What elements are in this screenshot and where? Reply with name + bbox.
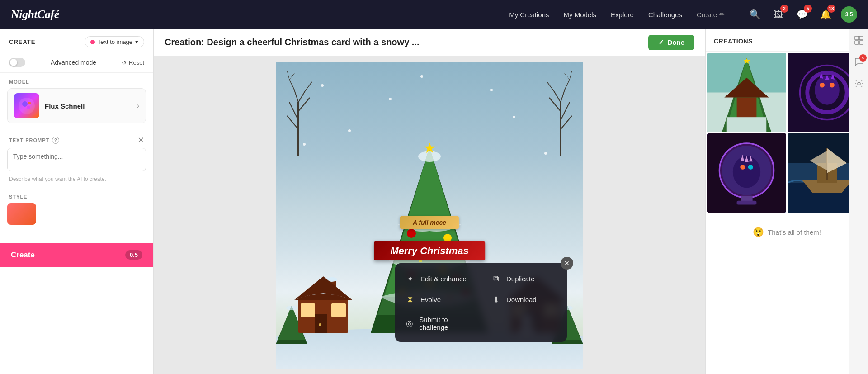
snow-6 [420,75,423,78]
context-evolve[interactable]: ⧗ Evolve [395,289,481,310]
style-preview[interactable] [7,203,36,225]
prompt-header: TEXT PROMPT ? ✕ [0,129,153,148]
advanced-mode-label: Advanced mode [51,59,96,66]
model-thumbnail-image [18,97,36,115]
model-selector[interactable]: Flux Schnell › [7,88,146,123]
creation-thumb-3[interactable] [707,133,786,213]
settings-side-button[interactable] [854,79,864,90]
creations-grid: ★ [706,52,868,214]
svg-line-18 [561,89,565,102]
svg-rect-103 [737,201,757,205]
search-button[interactable]: 🔍 [747,6,763,23]
snow-3 [513,116,515,118]
prompt-textarea[interactable] [7,148,146,171]
photo-button[interactable]: 🖼 2 [770,6,787,23]
all-done-emoji: 😲 [753,227,764,237]
thumb-1-image: ★ [707,53,786,132]
bell-badge: 18 [827,5,835,13]
svg-line-22 [570,71,572,80]
svg-point-27 [407,229,416,238]
grid-icon [854,35,864,45]
create-label: Create [11,251,35,260]
svg-marker-48 [294,276,353,300]
nav-create[interactable]: Create ✏ [697,10,725,19]
chat-button[interactable]: 💬 5 [794,6,810,23]
svg-point-3 [28,102,31,104]
edit-enhance-icon: ✦ [405,274,415,284]
svg-point-2 [27,106,30,109]
edit-enhance-label: Edit & enhance [420,275,467,283]
toggle-knob [10,59,17,66]
svg-line-19 [554,91,561,102]
advanced-mode-toggle[interactable] [9,58,25,67]
svg-point-52 [319,323,321,326]
svg-rect-83 [727,117,767,132]
bell-button[interactable]: 🔔 18 [817,6,834,23]
main-creation-image[interactable]: ★ A full mece Merry Christmas [276,62,583,369]
snow-2 [389,98,392,100]
all-done-section: 😲 That's all of them! [706,214,868,250]
nav-my-creations[interactable]: My Creations [509,11,549,19]
app-logo[interactable]: NightCafé [11,8,59,21]
checkmark-icon: ✓ [658,38,664,47]
prompt-help-icon[interactable]: ? [52,137,59,144]
evolve-icon: ⧗ [405,295,415,304]
creations-title: CREATIONS [714,38,753,45]
chat-side-button[interactable]: 5 [854,57,864,69]
user-avatar[interactable]: 3.5 [841,6,857,23]
sidebar-header: CREATE Text to image ▾ [0,29,153,52]
svg-point-89 [830,83,835,88]
bare-tree-right [520,66,574,156]
model-chevron-icon: › [137,102,139,110]
bare-tree-left [285,66,339,156]
creation-thumb-1[interactable]: ★ [707,53,786,132]
download-icon: ⬇ [491,295,501,305]
create-cost: 0.5 [125,250,142,260]
svg-text:★: ★ [423,143,436,156]
context-download[interactable]: ⬇ Download [481,289,567,310]
svg-line-12 [287,71,289,80]
house-left-svg [294,274,353,333]
svg-line-9 [298,91,305,102]
svg-rect-112 [859,36,863,40]
banner-top: A full mece [400,216,459,229]
evolve-label: Evolve [420,296,441,303]
gear-icon [854,79,864,89]
snow-8 [303,143,306,146]
svg-line-20 [565,80,570,89]
svg-rect-50 [331,303,346,317]
svg-rect-49 [301,303,315,317]
mode-label: Text to image [98,38,132,45]
grid-panel-button[interactable] [854,35,864,47]
done-button[interactable]: ✓ Done [648,35,695,50]
clear-prompt-icon[interactable]: ✕ [137,135,144,145]
reset-button[interactable]: ↺ Reset [122,59,144,66]
duplicate-icon: ⧉ [491,274,501,284]
svg-text:★: ★ [743,57,750,66]
nav-links: My Creations My Models Explore Challenge… [509,6,857,23]
context-submit-challenge[interactable]: ◎ Submit to challenge [395,310,481,336]
context-duplicate[interactable]: ⧉ Duplicate [481,269,567,289]
svg-line-11 [305,82,312,91]
context-close-button[interactable]: ✕ [561,257,573,270]
chevron-down-icon: ▾ [135,38,138,45]
left-sidebar: CREATE Text to image ▾ Advanced mode ↺ R… [0,29,154,374]
photo-badge: 2 [780,5,788,13]
snow-1 [321,84,324,87]
nav-my-models[interactable]: My Models [564,11,597,19]
svg-line-21 [547,82,554,91]
prompt-section-label: TEXT PROMPT ? [9,137,59,144]
mode-selector[interactable]: Text to image ▾ [85,36,144,47]
svg-line-5 [289,102,298,120]
right-icons-strip: 5 [849,29,868,374]
main-layout: CREATE Text to image ▾ Advanced mode ↺ R… [0,29,868,374]
nav-explore[interactable]: Explore [611,11,634,19]
create-button[interactable]: Create 0.5 [0,243,153,267]
context-edit-enhance[interactable]: ✦ Edit & enhance [395,269,481,289]
thumb-3-image [707,133,786,213]
banner-bottom: Merry Christmas [374,241,485,260]
nav-challenges[interactable]: Challenges [648,11,682,19]
context-menu-grid: ✦ Edit & enhance ⧉ Duplicate ⧗ Evolve [395,269,567,336]
svg-point-115 [858,82,860,85]
svg-rect-51 [315,314,327,333]
